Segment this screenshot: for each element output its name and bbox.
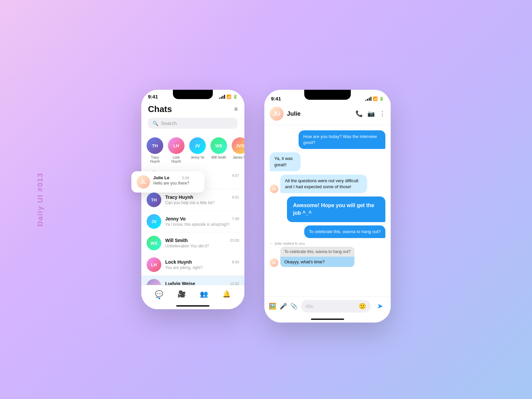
story-will[interactable]: WS Will Smith — [210, 137, 227, 164]
attach-icon[interactable]: 📎 — [290, 303, 298, 310]
chat-time-tracy: 6:01 — [232, 195, 239, 199]
signal-bars-1 — [219, 95, 225, 99]
reply-label: ← Julie replied to you — [270, 241, 354, 245]
msg-3: All the questions were not very difficul… — [280, 175, 367, 193]
status-icons-1: 📶 🔋 — [219, 94, 238, 99]
msg-5: To celebrate this, wanna to hang out? — [304, 225, 385, 238]
more-options-icon[interactable]: ⋮ — [379, 110, 385, 117]
phones-container: 9:41 📶 🔋 Chats — [141, 76, 391, 323]
chat-header-icons: 📞 📷 ⋮ — [355, 110, 385, 117]
nav-bell-icon[interactable]: 🔔 — [221, 289, 232, 299]
status-time-2: 9:41 — [271, 96, 281, 101]
chats-header: Chats ≡ 🔍 Search — [141, 101, 244, 133]
chat-item-will[interactable]: WS Will Smith 23:00 Unbelievable! You di… — [141, 232, 244, 254]
nav-active-dot — [158, 297, 160, 299]
notif-time: 5:09 — [182, 176, 189, 180]
chat-time-lock: 8:09 — [232, 260, 239, 264]
mic-icon[interactable]: 🎤 — [280, 303, 287, 310]
story-avatar-james: JVO — [232, 137, 244, 154]
notch-1 — [173, 90, 213, 99]
home-bar-1 — [176, 305, 209, 307]
chat-name-lock: Lock Huynh — [165, 259, 192, 265]
contact-avatar: JU — [270, 107, 284, 121]
input-placeholder: Abc — [306, 304, 314, 309]
chats-title: Chats — [148, 104, 172, 114]
story-name-james: James Vo — [233, 156, 244, 160]
reply-row: JU To celebrate this, wanna to hang out?… — [270, 247, 354, 267]
story-avatar-lock: LH — [168, 137, 185, 154]
phone-chat-detail: 9:41 📶 🔋 JU Julie — [264, 90, 391, 323]
emoji-icon[interactable]: 🙂 — [359, 303, 366, 310]
story-avatar-will: WS — [210, 137, 227, 154]
video-call-icon[interactable]: 📷 — [367, 110, 375, 117]
chat-header: JU Julie 📞 📷 ⋮ — [264, 103, 391, 125]
chat-preview-lock: You are joking, right? — [165, 265, 239, 270]
chat-avatar-will: WS — [147, 236, 161, 250]
chat-item-lock[interactable]: LH Lock Huynh 8:09 You are joking, right… — [141, 254, 244, 276]
chat-name-ludvig: Ludvig Weise — [165, 281, 195, 285]
story-james[interactable]: JVO James Vo — [232, 137, 244, 164]
bottom-nav: 💬 🎥 👥 🔔 — [141, 285, 244, 303]
chat-item-ludvig[interactable]: LW Ludvig Weise 11:02 Remember to visit … — [141, 276, 244, 285]
chat-time-will: 23:00 — [230, 238, 239, 242]
chats-title-row: Chats ≡ — [148, 104, 238, 114]
signal-bars-2 — [365, 97, 371, 101]
chat-time-ludvig: 11:02 — [230, 282, 239, 285]
status-icons-2: 📶 🔋 — [365, 96, 384, 101]
message-input[interactable]: Abc 🙂 — [301, 300, 371, 313]
home-bar-2 — [311, 319, 344, 320]
msg-row-2: Ya, it was great!! — [270, 152, 311, 171]
story-avatar-jenny: JV — [189, 137, 206, 154]
stories-row: TH Tracy Huynh LH Lock Huynh JV — [141, 133, 244, 168]
chat-info-tracy: Tracy Huynh 6:01 Can you help me a littl… — [165, 195, 239, 205]
wifi-icon-2: 📶 — [373, 96, 378, 101]
send-icon: ➤ — [377, 302, 383, 311]
chat-time-jenny: 7:09 — [232, 217, 239, 221]
msg-row-3: JU All the questions were not very diffi… — [270, 175, 385, 193]
story-name-lock: Lock Huynh — [168, 156, 185, 164]
nav-people-icon[interactable]: 👥 — [199, 289, 209, 299]
nav-chat-wrapper: 💬 — [154, 290, 165, 298]
chat-avatar-tracy: TH — [147, 193, 161, 207]
nav-video-icon[interactable]: 🎥 — [176, 289, 187, 299]
status-time-1: 9:41 — [148, 94, 158, 99]
search-bar[interactable]: 🔍 Search — [148, 118, 238, 129]
chat-time-jamesvo: 4:07 — [232, 174, 239, 178]
story-name-tracy: Tracy Huynh — [147, 156, 163, 164]
notification-card[interactable]: JL Julie Le 5:09 Hello are you there? — [131, 171, 204, 193]
chat-info-lock: Lock Huynh 8:09 You are joking, right? — [165, 259, 239, 270]
chat-name-will: Will Smith — [165, 238, 188, 243]
chat-avatar-jenny: JV — [147, 214, 161, 229]
hamburger-icon[interactable]: ≡ — [234, 106, 238, 113]
story-name-will: Will Smith — [211, 156, 226, 160]
reply-avatar: JU — [270, 258, 278, 267]
chat-item-jenny[interactable]: JV Jenny Vo 7:09 Ya I know, this episode… — [141, 211, 244, 232]
chat-name-jenny: Jenny Vo — [165, 216, 186, 221]
notif-avatar: JL — [137, 175, 150, 189]
chat-avatar-ludvig: LW — [147, 279, 161, 285]
chat-preview-will: Unbelievable! You did it? — [165, 244, 239, 248]
reply-quoted: To celebrate this, wanna to hang out? — [280, 247, 354, 257]
notif-name-row: Julie Le 5:09 — [153, 175, 189, 180]
chat-preview-jenny: Ya I know, this episode is amazing!!! — [165, 222, 239, 227]
battery-icon-1: 🔋 — [233, 94, 238, 99]
msg-1: How are you today? Was the interview goo… — [299, 130, 385, 149]
search-placeholder: Search — [161, 120, 177, 126]
story-name-jenny: Jenny Vo — [191, 156, 204, 160]
image-icon[interactable]: 🖼️ — [269, 303, 276, 310]
call-icon[interactable]: 📞 — [355, 110, 363, 117]
phone-chats: 9:41 📶 🔋 Chats — [141, 90, 244, 309]
chat-info-ludvig: Ludvig Weise 11:02 Remember to visit gra… — [165, 281, 239, 285]
wifi-icon-1: 📶 — [226, 94, 231, 99]
reply-bubbles: To celebrate this, wanna to hang out? Ok… — [280, 247, 354, 267]
story-tracy[interactable]: TH Tracy Huynh — [147, 137, 163, 164]
send-button[interactable]: ➤ — [374, 300, 386, 312]
input-area: 🖼️ 🎤 📎 Abc 🙂 ➤ — [264, 296, 391, 316]
notch-2 — [304, 90, 351, 100]
search-icon: 🔍 — [153, 121, 158, 126]
story-lock[interactable]: LH Lock Huynh — [168, 137, 185, 164]
daily-label: Daily UI #013 — [36, 173, 45, 226]
msg-2: Ya, it was great!! — [270, 152, 301, 171]
phone2-inner: 9:41 📶 🔋 JU Julie — [264, 90, 391, 323]
story-jenny[interactable]: JV Jenny Vo — [189, 137, 206, 164]
